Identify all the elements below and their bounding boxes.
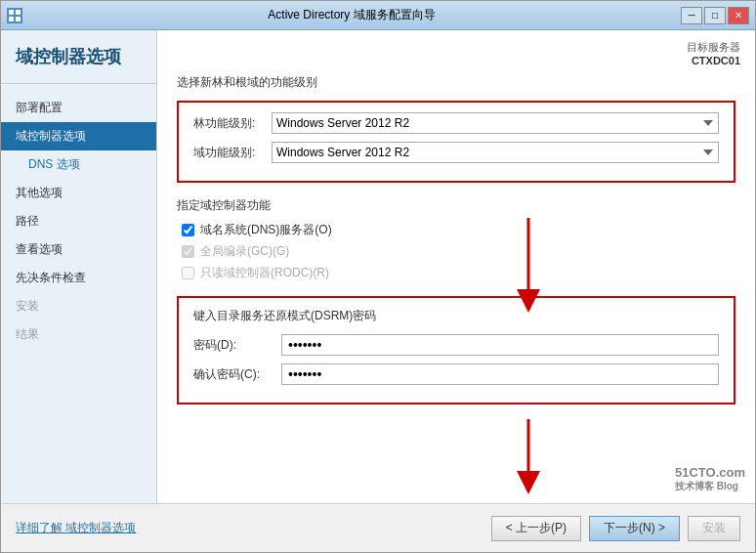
sidebar-item-prerequisites[interactable]: 先决条件检查	[1, 264, 156, 292]
confirm-input[interactable]	[281, 363, 719, 385]
help-link[interactable]: 详细了解 域控制器选项	[16, 520, 136, 536]
sidebar-item-results: 结果	[1, 320, 156, 349]
minimize-button[interactable]: ─	[681, 7, 702, 24]
forest-level-label: 林功能级别:	[193, 115, 272, 132]
main-window: Active Directory 域服务配置向导 ─ □ ✕ 域控制器选项 部署…	[0, 0, 756, 553]
svg-rect-0	[9, 10, 14, 15]
sidebar-item-deployment[interactable]: 部署配置	[1, 94, 156, 122]
confirm-label: 确认密码(C):	[193, 366, 281, 383]
forest-level-select[interactable]: Windows Server 2012 R2 Windows Server 20…	[272, 112, 719, 134]
sidebar-item-other-options[interactable]: 其他选项	[1, 179, 156, 207]
gc-label: 全局编录(GC)(G)	[200, 243, 289, 260]
password-section-title: 键入目录服务还原模式(DSRM)密码	[193, 308, 719, 324]
gc-checkbox-row: 全局编录(GC)(G)	[177, 243, 735, 260]
dns-label: 域名系统(DNS)服务器(O)	[200, 222, 332, 238]
arrow2	[499, 419, 577, 497]
dc-functions-title: 指定域控制器功能	[177, 197, 735, 214]
dns-checkbox-row: 域名系统(DNS)服务器(O)	[177, 222, 735, 238]
forest-level-row: 林功能级别: Windows Server 2012 R2 Windows Se…	[193, 112, 719, 134]
svg-rect-2	[9, 17, 14, 21]
rodc-label: 只读域控制器(RODC)(R)	[200, 265, 329, 281]
sidebar-item-view-options[interactable]: 查看选项	[1, 235, 156, 264]
install-button: 安装	[688, 516, 740, 541]
forest-section-title: 选择新林和根域的功能级别	[177, 74, 735, 91]
bottom-buttons: < 上一步(P) 下一步(N) > 安装	[491, 516, 740, 541]
page-title: 域控制器选项	[1, 45, 156, 84]
password-row: 密码(D):	[193, 334, 719, 356]
maximize-button[interactable]: □	[704, 7, 726, 24]
server-info-label: 目标服务器	[687, 40, 740, 55]
sidebar-item-install: 安装	[1, 292, 156, 320]
sidebar-item-dns-options[interactable]: DNS 选项	[1, 150, 156, 179]
forest-domain-box: 林功能级别: Windows Server 2012 R2 Windows Se…	[177, 101, 735, 183]
password-box: 键入目录服务还原模式(DSRM)密码 密码(D): 确认密码(C):	[177, 296, 735, 404]
content-area: 域控制器选项 部署配置 域控制器选项 DNS 选项 其他选项 路径 查看选项 先…	[1, 30, 755, 503]
window-icon	[7, 8, 22, 23]
svg-rect-3	[16, 17, 21, 21]
gc-checkbox	[182, 245, 194, 258]
domain-level-row: 域功能级别: Windows Server 2012 R2 Windows Se…	[193, 142, 719, 163]
domain-level-label: 域功能级别:	[193, 145, 272, 161]
watermark-site: 51CTO.com	[675, 465, 745, 480]
close-button[interactable]: ✕	[728, 7, 749, 24]
svg-rect-1	[16, 10, 21, 15]
dc-functions-section: 指定域控制器功能 域名系统(DNS)服务器(O) 全局编录(GC)(G) 只读域…	[177, 197, 735, 281]
sidebar: 域控制器选项 部署配置 域控制器选项 DNS 选项 其他选项 路径 查看选项 先…	[1, 30, 157, 503]
sidebar-item-dc-options[interactable]: 域控制器选项	[1, 122, 156, 150]
watermark: 51CTO.com 技术博客 Blog	[675, 465, 745, 493]
confirm-row: 确认密码(C):	[193, 363, 719, 385]
window-controls: ─ □ ✕	[681, 7, 749, 24]
dns-checkbox[interactable]	[182, 224, 194, 236]
bottom-bar: 详细了解 域控制器选项 < 上一步(P) 下一步(N) > 安装	[1, 503, 755, 552]
window-title: Active Directory 域服务配置向导	[22, 7, 681, 23]
next-button[interactable]: 下一步(N) >	[589, 516, 680, 541]
right-panel: 目标服务器 CTXDC01 选择新林和根域的功能级别 林功能级别: Window…	[157, 30, 755, 503]
domain-level-select[interactable]: Windows Server 2012 R2 Windows Server 20…	[272, 142, 719, 163]
rodc-checkbox	[182, 267, 194, 279]
password-label: 密码(D):	[193, 337, 281, 354]
title-bar: Active Directory 域服务配置向导 ─ □ ✕	[1, 1, 755, 30]
rodc-checkbox-row: 只读域控制器(RODC)(R)	[177, 265, 735, 281]
watermark-sub: 技术博客 Blog	[675, 480, 745, 493]
password-input[interactable]	[281, 334, 719, 356]
sidebar-item-paths[interactable]: 路径	[1, 207, 156, 235]
server-info-name: CTXDC01	[687, 55, 740, 66]
prev-button[interactable]: < 上一步(P)	[491, 516, 581, 541]
server-info: 目标服务器 CTXDC01	[687, 40, 740, 66]
